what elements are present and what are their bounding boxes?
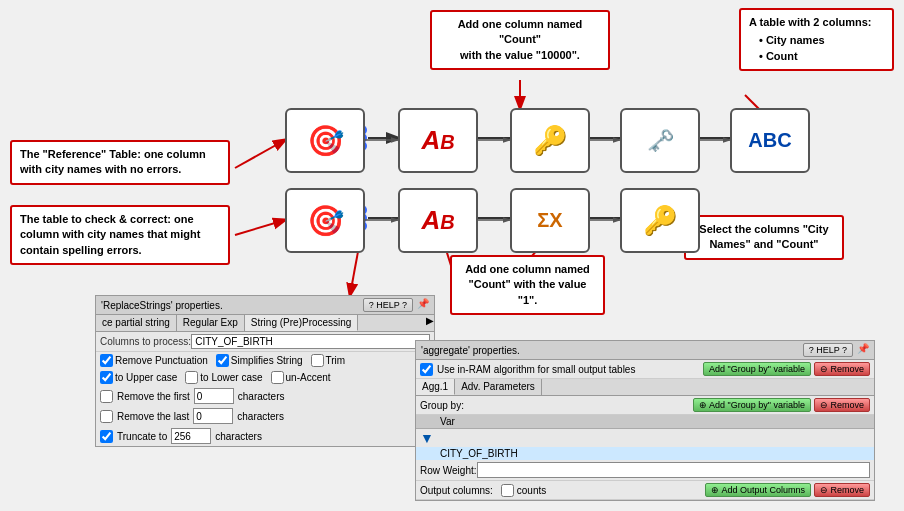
- result-table-callout: A table with 2 columns: • City names • C…: [739, 8, 894, 71]
- add-group-btn[interactable]: ⊕ Add "Group by" variable: [693, 398, 811, 412]
- add-aggregate-btn[interactable]: Add "Group by" variable: [703, 362, 811, 376]
- ab-icon-r1: AB: [421, 125, 454, 156]
- replace-help-btn[interactable]: ? HELP ?: [363, 298, 413, 312]
- cb-remove-punct-input[interactable]: [100, 354, 113, 367]
- add-count-10000-text: Add one column named "Count" with the va…: [458, 18, 583, 61]
- truncate-suffix: characters: [215, 431, 262, 442]
- cb-unaccent-label: un-Accent: [286, 372, 331, 383]
- result-table-title: A table with 2 columns:: [749, 15, 884, 30]
- node-row2-3[interactable]: ΣX: [510, 188, 590, 253]
- tab-arrow[interactable]: ▶: [426, 315, 434, 331]
- remove-group-btn[interactable]: ⊖ Remove: [814, 398, 870, 412]
- remove-last-input[interactable]: [193, 408, 233, 424]
- tab-agg1[interactable]: Agg.1: [416, 379, 455, 395]
- cb-upper-label: to Upper case: [115, 372, 177, 383]
- truncate-row: Truncate to characters: [96, 426, 434, 446]
- tab-partial-string[interactable]: ce partial string: [96, 315, 177, 331]
- counts-cb[interactable]: [501, 484, 514, 497]
- check-table-text: The table to check & correct: one column…: [20, 213, 200, 256]
- remove-last-row: Remove the last characters: [96, 406, 434, 426]
- remove-last-label: Remove the last: [117, 411, 189, 422]
- aggregate-title: 'aggregate' properties.: [421, 345, 520, 356]
- cb-simplifies-input[interactable]: [216, 354, 229, 367]
- row-weight-label: Row Weight:: [420, 465, 477, 476]
- ab-icon-r2: AB: [421, 205, 454, 236]
- cb-truncate[interactable]: [100, 430, 113, 443]
- truncate-label: Truncate to: [117, 431, 167, 442]
- cb-simplifies-label: Simplifies String: [231, 355, 303, 366]
- use-ram-row: Use in-RAM algorithm for small output ta…: [416, 360, 874, 379]
- replace-strings-title: 'ReplaceStrings' properties.: [101, 300, 223, 311]
- checkbox-row2: to Upper case to Lower case un-Accent: [96, 369, 434, 386]
- aggregate-panel: 'aggregate' properties. ? HELP ? 📌 Use i…: [415, 340, 875, 501]
- agg-city-value: CITY_OF_BIRTH: [440, 448, 518, 459]
- node-row2-4[interactable]: 🔑: [620, 188, 700, 253]
- row-weight-input[interactable]: [477, 462, 870, 478]
- agg-arrow-row: ▼: [416, 429, 874, 447]
- cb-unaccent: un-Accent: [271, 371, 331, 384]
- check-table-callout: The table to check & correct: one column…: [10, 205, 230, 265]
- counts-label: counts: [517, 485, 546, 496]
- tab-string-processing[interactable]: String (Pre)Processing: [245, 315, 359, 331]
- cb-remove-last[interactable]: [100, 410, 113, 423]
- use-ram-cb[interactable]: [420, 363, 433, 376]
- node-row1-3[interactable]: 🔑: [510, 108, 590, 173]
- node-row1-2[interactable]: AB: [398, 108, 478, 173]
- cb-remove-punct: Remove Punctuation: [100, 354, 208, 367]
- cb-lower-input[interactable]: [185, 371, 198, 384]
- node-row1-5[interactable]: ABC: [730, 108, 810, 173]
- group-by-row: Group by: ⊕ Add "Group by" variable ⊖ Re…: [416, 396, 874, 415]
- columns-input[interactable]: [191, 334, 430, 349]
- agg-city-row[interactable]: CITY_OF_BIRTH: [416, 447, 874, 460]
- agg-pin-icon[interactable]: 📌: [857, 343, 869, 357]
- add-count-1-callout: Add one column named "Count" with the va…: [450, 255, 605, 315]
- reference-table-text: The "Reference" Table: one column with c…: [20, 148, 206, 175]
- node-row2-2[interactable]: AB: [398, 188, 478, 253]
- cb-remove-punct-label: Remove Punctuation: [115, 355, 208, 366]
- node-row2-1[interactable]: 🎯: [285, 188, 365, 253]
- use-ram-label: Use in-RAM algorithm for small output ta…: [437, 364, 635, 375]
- down-arrow-icon: ▼: [420, 430, 434, 446]
- result-table-city: • City names: [759, 33, 884, 48]
- svg-line-19: [235, 140, 285, 168]
- row-weight-row: Row Weight:: [416, 460, 874, 481]
- replace-strings-header: 'ReplaceStrings' properties. ? HELP ? 📌: [96, 296, 434, 315]
- remove-first-label: Remove the first: [117, 391, 190, 402]
- sigma-icon-r2: ΣX: [537, 209, 562, 232]
- sort-col: [420, 416, 440, 427]
- cb-upper: to Upper case: [100, 371, 177, 384]
- remove-aggregate-btn[interactable]: ⊖ Remove: [814, 362, 870, 376]
- abc-icon-r1: ABC: [748, 129, 791, 152]
- tab-adv-params[interactable]: Adv. Parameters: [455, 379, 542, 395]
- node-row1-4[interactable]: 🗝️: [620, 108, 700, 173]
- replace-tab-bar: ce partial string Regular Exp String (Pr…: [96, 315, 434, 332]
- cb-trim-input[interactable]: [311, 354, 324, 367]
- checkbox-row1: Remove Punctuation Simplifies String Tri…: [96, 352, 434, 369]
- cb-remove-first[interactable]: [100, 390, 113, 403]
- cb-unaccent-input[interactable]: [271, 371, 284, 384]
- remove-first-input[interactable]: [194, 388, 234, 404]
- key-icon-r1: 🔑: [533, 124, 568, 157]
- cb-lower-label: to Lower case: [200, 372, 262, 383]
- node-row1-1[interactable]: 🎯: [285, 108, 365, 173]
- cb-trim-label: Trim: [326, 355, 346, 366]
- key2-icon-r1: 🗝️: [647, 128, 674, 154]
- result-table-count: • Count: [759, 49, 884, 64]
- tab-regular-exp[interactable]: Regular Exp: [177, 315, 245, 331]
- output-cols-row: Output columns: counts ⊕ Add Output Colu…: [416, 481, 874, 500]
- remove-first-suffix: characters: [238, 391, 285, 402]
- replace-pin-icon[interactable]: 📌: [417, 298, 429, 312]
- cb-lower: to Lower case: [185, 371, 262, 384]
- columns-process-row: Columns to process:: [96, 332, 434, 352]
- key-icon-r2: 🔑: [643, 204, 678, 237]
- remove-first-row: Remove the first characters: [96, 386, 434, 406]
- columns-label: Columns to process:: [100, 336, 191, 347]
- agg-help-btn[interactable]: ? HELP ?: [803, 343, 853, 357]
- truncate-input[interactable]: [171, 428, 211, 444]
- select-columns-callout: Select the columns "City Names" and "Cou…: [684, 215, 844, 260]
- add-output-btn[interactable]: ⊕ Add Output Columns: [705, 483, 811, 497]
- reference-table-callout: The "Reference" Table: one column with c…: [10, 140, 230, 185]
- cb-upper-input[interactable]: [100, 371, 113, 384]
- replace-strings-panel: 'ReplaceStrings' properties. ? HELP ? 📌 …: [95, 295, 435, 447]
- remove-output-btn[interactable]: ⊖ Remove: [814, 483, 870, 497]
